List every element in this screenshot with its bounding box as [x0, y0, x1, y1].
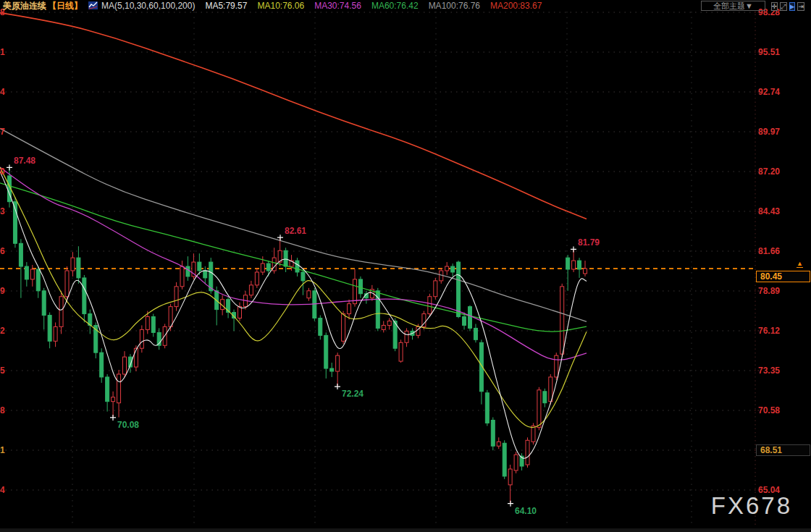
price-tick-label: 87.20	[758, 166, 809, 177]
candle	[295, 258, 299, 276]
candle	[106, 374, 109, 412]
pivot-cross-icon	[571, 246, 576, 252]
ma-line-MA200	[0, 13, 587, 219]
price-tick-label: 65.04	[758, 485, 809, 495]
candle	[112, 392, 115, 418]
candle	[175, 282, 178, 311]
candle	[151, 314, 155, 337]
candle	[227, 297, 230, 318]
ma-readout: MA60:76.42	[371, 1, 419, 11]
current-price-box: 80.45	[756, 271, 810, 282]
left-axis-digit: 2	[0, 326, 10, 336]
left-axis-digit: 1	[0, 445, 10, 455]
candle	[428, 294, 432, 317]
top-bar: 美原油连续 【日线】 MA(5,10,30,60,100,200) MA5:79…	[0, 0, 811, 11]
price-tick-label: 73.35	[758, 366, 809, 376]
candle	[348, 300, 351, 320]
candle	[566, 255, 570, 291]
candle	[376, 288, 379, 332]
pivot-cross-icon	[508, 501, 513, 507]
left-axis-digit: 0	[0, 166, 10, 177]
pivot-cross-icon	[335, 384, 340, 389]
candle	[560, 284, 564, 357]
candle	[83, 275, 86, 323]
price-tick-label: 92.74	[758, 87, 809, 97]
theme-dropdown[interactable]: 全部主题▼	[701, 1, 765, 11]
candle	[364, 291, 368, 304]
candle	[387, 318, 391, 330]
candle	[468, 305, 472, 332]
candle	[249, 281, 253, 298]
candle	[330, 363, 334, 377]
pivot-high-label: 82.61	[285, 226, 306, 236]
candle	[255, 268, 259, 288]
candle	[491, 418, 495, 451]
instrument-name[interactable]: 美原油连续	[3, 1, 46, 11]
candles	[8, 167, 587, 503]
left-axis-digit: 6	[0, 246, 10, 256]
candle	[531, 423, 535, 444]
candle	[94, 322, 98, 358]
candle	[503, 440, 506, 479]
candle	[508, 465, 512, 504]
candle	[451, 263, 455, 276]
candle	[88, 310, 92, 334]
candle	[128, 354, 132, 373]
candle	[25, 262, 28, 287]
period-label[interactable]: 【日线】	[48, 1, 83, 11]
pivot-high-label: 87.48	[14, 156, 35, 166]
price-tick-label: 89.97	[758, 127, 809, 137]
left-axis-digit: 5	[0, 366, 10, 376]
candle	[405, 328, 408, 347]
price-tick-label: 70.58	[758, 405, 809, 415]
line-chart-icon[interactable]	[88, 1, 98, 9]
candle	[157, 328, 161, 350]
candle	[180, 261, 184, 290]
crosshair-icon[interactable]: ✛	[771, 2, 778, 11]
candle	[584, 261, 587, 276]
pivot-low-label: 64.10	[515, 506, 537, 516]
candle	[48, 313, 51, 349]
left-axis-digit: 9	[0, 286, 10, 296]
bottom-scrollbar[interactable]	[0, 528, 811, 532]
candlestick-chart-area[interactable]: 87.4882.6181.7970.0872.2464.10	[0, 0, 811, 532]
ma-readout: MA5:79.57	[205, 1, 247, 11]
pivot-high-label: 81.79	[578, 237, 600, 248]
ma-line-MA60	[0, 183, 587, 332]
left-axis-digit: 8	[0, 405, 10, 415]
ma-readout: MA200:83.67	[490, 1, 542, 11]
candle	[319, 316, 322, 340]
candle	[485, 390, 489, 426]
candle	[59, 291, 63, 334]
price-tick-label: 78.89	[758, 286, 809, 296]
candle	[422, 311, 426, 330]
pivot-low-label: 70.08	[117, 420, 139, 430]
price-tick-label: 84.43	[758, 206, 809, 216]
candle	[514, 452, 518, 473]
candle	[232, 310, 236, 332]
candle	[307, 288, 311, 301]
range-select-icon[interactable]: ⤢	[780, 2, 786, 11]
pivot-low-label: 72.24	[342, 389, 364, 399]
watermark: FX678	[711, 492, 792, 520]
ma-readout: MA100:76.76	[429, 1, 480, 11]
candle	[543, 389, 547, 408]
candle	[399, 339, 403, 363]
play-forward-icon[interactable]: ▶	[789, 2, 796, 11]
left-axis-digit: 3	[0, 206, 10, 216]
candle	[238, 303, 242, 321]
candle	[272, 248, 276, 274]
ma-readout: MA30:74.56	[314, 1, 361, 11]
candle	[324, 332, 328, 379]
ma-group-label: MA(5,10,30,60,100,200)	[101, 1, 195, 11]
export-right-icon[interactable]: ⇥	[797, 2, 804, 11]
candle	[526, 437, 529, 468]
price-tick-label: 95.51	[758, 47, 809, 57]
price-tick-label: 81.66	[758, 246, 809, 256]
toolbar-icons: ✛⤢▶⇥	[771, 1, 807, 11]
candle	[140, 325, 143, 352]
candle	[42, 288, 46, 330]
candle	[382, 321, 385, 332]
left-axis-digit: 1	[0, 47, 10, 57]
candle	[100, 348, 104, 383]
